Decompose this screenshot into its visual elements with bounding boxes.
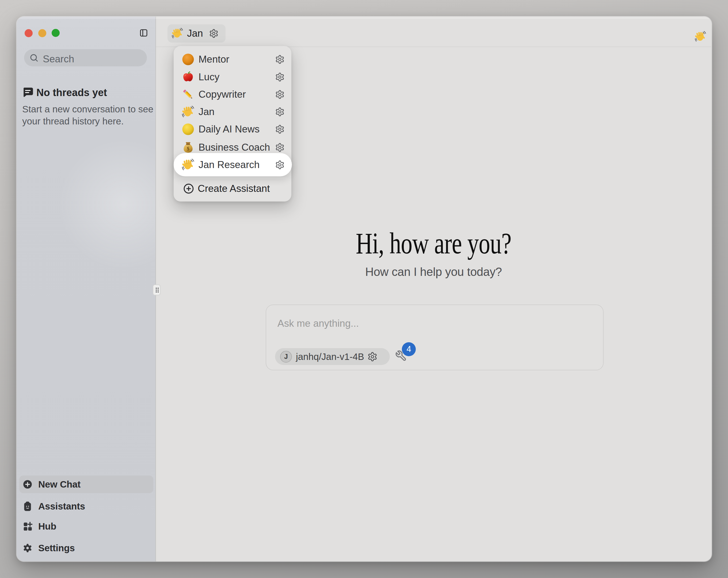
svg-text:$: $ bbox=[187, 146, 189, 151]
